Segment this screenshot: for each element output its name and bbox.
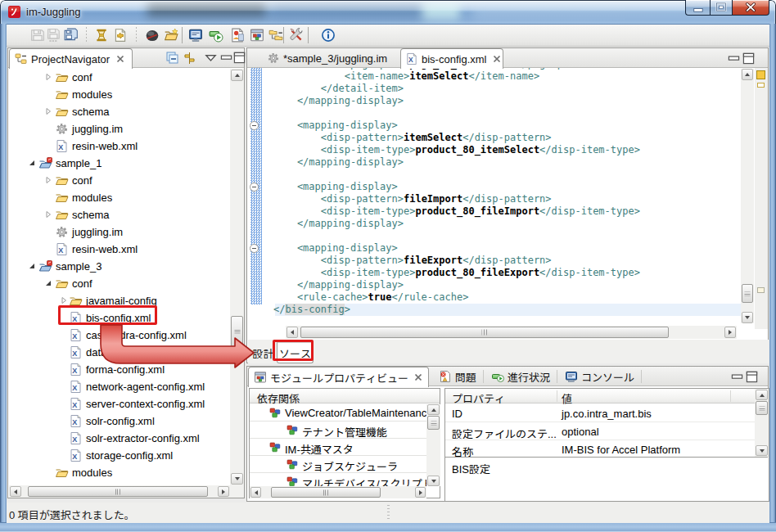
- scroll-right-button[interactable]: [724, 327, 736, 338]
- scrollbar-thumb[interactable]: [427, 416, 440, 430]
- toolbar-save-all-button[interactable]: [64, 28, 79, 43]
- link-editor-icon[interactable]: [183, 51, 196, 65]
- code-line[interactable]: <disp-item-type>product_80_fileImport</d…: [273, 205, 640, 218]
- fold-minus-icon[interactable]: [250, 244, 259, 253]
- scroll-right-button[interactable]: [415, 487, 426, 498]
- tree-row[interactable]: Xresin-web.xml: [9, 241, 230, 258]
- property-row[interactable]: 設定ファイルのステ...optional: [445, 422, 755, 440]
- scrollbar-thumb[interactable]: [300, 327, 669, 338]
- toolbar-module-view-button[interactable]: [250, 28, 264, 43]
- scroll-down-button[interactable]: [231, 473, 243, 485]
- editor-hscrollbar[interactable]: [286, 326, 737, 339]
- toolbar-console-view-button[interactable]: [188, 28, 203, 43]
- bottom-view-tab[interactable]: 問題: [431, 367, 484, 386]
- tree-expanded-arrow-icon[interactable]: [28, 262, 36, 270]
- editor-tab[interactable]: Xbis-config.xml: [400, 48, 503, 69]
- editor-tab[interactable]: *sample_3/juggling.im: [248, 48, 400, 68]
- tree-row[interactable]: conf: [9, 69, 230, 86]
- tree-collapsed-arrow-icon[interactable]: [44, 210, 52, 219]
- tree-expanded-arrow-icon[interactable]: [28, 159, 36, 167]
- maximize-view-icon[interactable]: [742, 52, 756, 65]
- scrollbar-thumb[interactable]: [271, 487, 381, 498]
- dependencies-hscrollbar[interactable]: [250, 486, 426, 498]
- dependencies-vscrollbar[interactable]: [426, 404, 440, 486]
- scroll-up-button[interactable]: [756, 390, 768, 400]
- minimize-view-icon[interactable]: [730, 370, 744, 384]
- code-line[interactable]: <disp-pattern>fileImport</disp-pattern>: [273, 193, 552, 205]
- title-bar[interactable]: im-Juggling: [0, 0, 776, 24]
- toolbar-save-as-button[interactable]: [47, 28, 61, 43]
- dependency-row[interactable]: テナント管理機能: [250, 422, 426, 439]
- code-line[interactable]: </mapping-display>: [273, 279, 404, 291]
- scroll-up-button[interactable]: [427, 404, 440, 415]
- code-line[interactable]: <mapping-display>: [273, 119, 398, 132]
- dependencies-header[interactable]: 依存関係: [250, 389, 440, 404]
- dependency-row[interactable]: ViewCreator/TableMaintenance: [250, 404, 426, 422]
- minimize-view-icon[interactable]: [219, 51, 233, 65]
- code-line[interactable]: <disp-item-type>product_80_fileExport</d…: [273, 267, 640, 279]
- dependency-row[interactable]: マルチデバイス/スクリプト: [250, 473, 426, 486]
- code-line[interactable]: <rule-cache>true</rule-cache>: [273, 291, 468, 304]
- scrollbar-thumb[interactable]: [28, 486, 208, 497]
- tree-row[interactable]: juggling.im: [9, 223, 230, 241]
- minimize-view-icon[interactable]: [727, 52, 741, 65]
- maximize-view-icon[interactable]: [745, 370, 759, 384]
- code-line[interactable]: </mapping-display>: [273, 156, 404, 169]
- scroll-down-button[interactable]: [756, 445, 768, 456]
- scrollbar-thumb[interactable]: [231, 316, 243, 347]
- toolbar-hierarchy-view-button[interactable]: [268, 28, 283, 43]
- app-icon[interactable]: [8, 6, 20, 18]
- tree-row[interactable]: Xbis-config.xml: [9, 309, 230, 327]
- toolbar-sync-project-button[interactable]: [113, 28, 128, 43]
- code-line[interactable]: </mapping-display>: [273, 95, 404, 107]
- tab-close-icon[interactable]: [413, 372, 423, 382]
- property-row[interactable]: IDjp.co.intra_mart.bis: [445, 404, 755, 422]
- bottom-view-tab[interactable]: コンソール: [557, 367, 642, 386]
- scroll-down-button[interactable]: [427, 476, 440, 486]
- fold-minus-icon[interactable]: [250, 121, 259, 130]
- tree-collapsed-arrow-icon[interactable]: [44, 107, 52, 115]
- tab-close-icon[interactable]: [115, 54, 125, 64]
- tree-row[interactable]: sample_3: [9, 258, 230, 275]
- tree-row[interactable]: Xresin-web.xml: [9, 138, 230, 155]
- toolbar-juggling-ball-button[interactable]: [145, 28, 160, 43]
- scroll-right-button[interactable]: [218, 486, 229, 497]
- tree-row[interactable]: javamail-config: [9, 292, 230, 309]
- code-line[interactable]: <disp-item-type>product_80_itemSelect</d…: [273, 144, 640, 156]
- maximize-view-icon[interactable]: [232, 51, 246, 65]
- toolbar-user-view-button[interactable]: [230, 28, 245, 43]
- scroll-left-button[interactable]: [286, 327, 298, 338]
- tree-collapsed-arrow-icon[interactable]: [60, 296, 68, 304]
- tree-row[interactable]: Xnetwork-agent-config.xml: [9, 378, 230, 395]
- tree-expanded-arrow-icon[interactable]: [44, 279, 52, 287]
- scrollbar-thumb[interactable]: [742, 284, 753, 303]
- scroll-up-button[interactable]: [742, 69, 753, 80]
- code-line[interactable]: </mapping-display>: [273, 218, 404, 230]
- dependency-row[interactable]: IM-共通マスタ: [250, 439, 426, 456]
- tree-row[interactable]: Xdata-source-mapping-config.xml: [9, 344, 230, 361]
- bottom-view-tab[interactable]: 進行状況: [484, 367, 557, 386]
- toolbar-save-button[interactable]: [30, 28, 45, 43]
- properties-vscrollbar[interactable]: [755, 389, 769, 457]
- toolbar-run-view-button[interactable]: [209, 28, 223, 43]
- tree-collapsed-arrow-icon[interactable]: [44, 176, 52, 184]
- navigator-hscrollbar[interactable]: [9, 485, 230, 498]
- collapse-all-icon[interactable]: [165, 51, 179, 65]
- toolbar-package-button[interactable]: [94, 28, 109, 43]
- code-line[interactable]: <mapping-display>: [273, 242, 398, 255]
- scroll-left-button[interactable]: [250, 487, 261, 498]
- code-line[interactable]: <disp-pattern>itemSelect</disp-pattern>: [273, 132, 552, 144]
- code-line[interactable]: <mapping-display>: [273, 181, 398, 193]
- overview-marker-selected[interactable]: [756, 70, 765, 79]
- tree-row[interactable]: Xforma-config.xml: [9, 361, 230, 378]
- toolbar-about-button[interactable]: [321, 28, 336, 43]
- tree-row[interactable]: modules: [9, 189, 230, 206]
- tree-row[interactable]: conf: [9, 172, 230, 189]
- code-line[interactable]: </bis-config>: [273, 304, 350, 316]
- minimize-button[interactable]: [685, 0, 710, 16]
- tab-close-icon[interactable]: [492, 54, 502, 64]
- page-tab-design[interactable]: 設計: [250, 342, 277, 363]
- tree-row[interactable]: modules: [9, 464, 230, 481]
- scroll-left-button[interactable]: [10, 486, 21, 497]
- tree-row[interactable]: Xserver-context-config.xml: [9, 395, 230, 413]
